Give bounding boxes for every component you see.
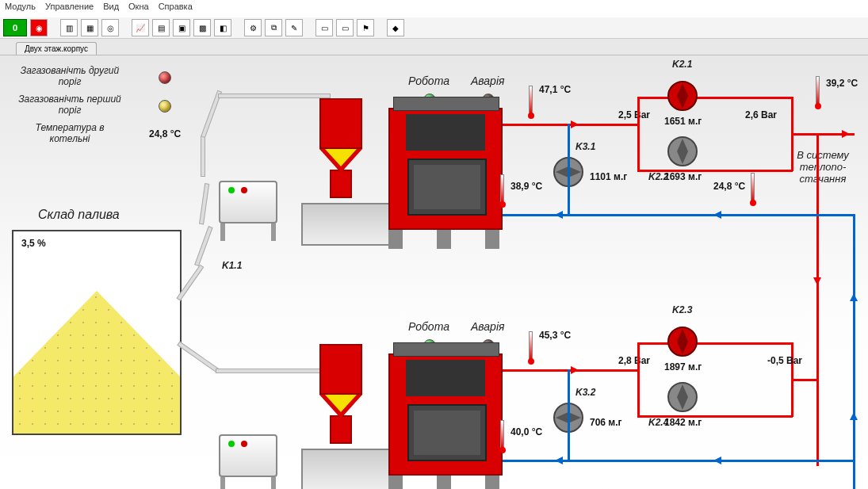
pump-k24[interactable] xyxy=(664,379,701,415)
toolbar-btn-3[interactable]: ◎ xyxy=(101,19,119,36)
led-gas1 xyxy=(159,100,171,113)
toolbar-btn-5[interactable]: ▤ xyxy=(152,19,170,36)
pump-k22[interactable] xyxy=(664,133,701,170)
pipe-main-return xyxy=(853,214,855,489)
pipe-return xyxy=(816,214,855,216)
val-k32: 706 м.г xyxy=(590,417,622,428)
conveyor-pipe xyxy=(199,183,209,224)
thermometer-icon xyxy=(815,78,821,109)
label-gas1: Загазованічть перший поріг xyxy=(14,94,125,116)
pipe-supply xyxy=(637,97,640,171)
return-temp: 24,8 °C xyxy=(713,181,745,192)
pipe-supply xyxy=(503,124,637,126)
val-k22: 1693 м.г xyxy=(664,171,702,182)
supply-system-label: В систему теплопо-стачання xyxy=(783,149,862,185)
supply-pressure: 2,6 Bar xyxy=(745,109,777,120)
pipe-main-supply xyxy=(816,133,819,466)
fuel-silo: 3,5 % xyxy=(12,230,182,435)
flow-arrow-icon xyxy=(850,412,858,420)
label-gas2: Загазованічть другий поріг xyxy=(14,65,125,87)
val-k21: 1651 м.г xyxy=(664,116,702,127)
scada-canvas: Загазованічть другий поріг Загазованічть… xyxy=(0,55,868,489)
flow-arrow-icon xyxy=(713,457,721,464)
thermometer-icon xyxy=(528,333,534,365)
supply-pressure-2: -0,5 Bar xyxy=(767,355,802,366)
val-k31: 1101 м.г xyxy=(590,171,627,182)
toolbar-btn-stop-icon[interactable]: ◉ xyxy=(30,19,48,36)
conveyor-pipe xyxy=(201,136,205,177)
flow-arrow-icon xyxy=(713,211,721,219)
boiler1-temp-out: 47,1 °C xyxy=(539,84,571,95)
menu-module[interactable]: Модуль xyxy=(5,2,36,16)
flow-arrow-icon xyxy=(850,293,858,301)
boiler1-burner xyxy=(301,203,392,246)
menu-help[interactable]: Справка xyxy=(159,2,193,16)
toolbar-btn-14[interactable]: ⚑ xyxy=(357,19,374,36)
boiler1-pressure: 2,5 Bar xyxy=(618,109,650,120)
pipe-supply xyxy=(503,369,637,372)
alarm-counter[interactable]: 0 xyxy=(3,19,27,36)
toolbar-btn-15[interactable]: ◆ xyxy=(387,19,404,36)
pipe-bypass xyxy=(568,124,570,214)
flow-arrow-icon xyxy=(571,366,579,374)
boiler2-alarm-label: Аварія xyxy=(471,320,505,333)
label-k11: K1.1 xyxy=(222,260,242,271)
val-k23: 1897 м.г xyxy=(664,361,702,372)
label-room-temp: Температура в котельні xyxy=(14,122,125,144)
boiler2-temp-ret: 40,0 °C xyxy=(510,426,542,437)
toolbar-btn-9[interactable]: ⚙ xyxy=(244,19,262,36)
conveyor-pipe xyxy=(194,226,212,266)
tab-building[interactable]: Двух этаж.корпус xyxy=(16,42,97,55)
toolbar-btn-8[interactable]: ◧ xyxy=(214,19,231,36)
tabstrip: Двух этаж.корпус xyxy=(0,39,868,55)
flow-arrow-icon xyxy=(842,130,850,138)
boiler1-alarm-label: Аварія xyxy=(471,74,505,87)
pump-k21[interactable] xyxy=(664,78,701,114)
flow-arrow-icon xyxy=(555,457,563,464)
thermometer-icon xyxy=(499,176,506,208)
led-gas2 xyxy=(159,71,171,84)
menubar: Модуль Управление Вид Окна Справка xyxy=(0,0,868,17)
boiler1-hopper xyxy=(317,98,365,201)
boiler2-burner xyxy=(301,449,392,489)
pipe-supply xyxy=(637,97,793,99)
label-k32: K3.2 xyxy=(575,387,595,398)
val-k24: 1842 м.г xyxy=(664,417,702,428)
controller-1 xyxy=(212,181,284,244)
toolbar: 0 ◉ ▥ ▦ ◎ 📈 ▤ ▣ ▩ ◧ ⚙ ⧉ ✎ ▭ ▭ ⚑ ◆ xyxy=(0,17,868,39)
flow-arrow-icon xyxy=(813,277,821,285)
menu-manage[interactable]: Управление xyxy=(45,2,94,16)
conveyor-pipe xyxy=(216,369,328,373)
boiler2-furnace xyxy=(388,353,507,489)
conveyor-pipe xyxy=(177,342,220,373)
supply-temp: 39,2 °C xyxy=(826,78,858,89)
boiler1-temp-ret: 38,9 °C xyxy=(510,181,542,192)
silo-title: Склад палива xyxy=(38,208,120,222)
pump-k23[interactable] xyxy=(664,323,701,360)
pipe-supply xyxy=(791,379,818,381)
menu-view[interactable]: Вид xyxy=(103,2,119,16)
boiler2-pressure: 2,8 Bar xyxy=(618,355,650,366)
boiler1-work-label: Робота xyxy=(408,74,449,87)
boiler2-work-label: Робота xyxy=(408,320,449,333)
boiler2-hopper xyxy=(317,344,365,447)
toolbar-btn-chart-icon[interactable]: 📈 xyxy=(132,19,149,36)
pipe-supply xyxy=(637,342,793,345)
toolbar-btn-10[interactable]: ⧉ xyxy=(265,19,282,36)
menu-windows[interactable]: Окна xyxy=(128,2,149,16)
toolbar-btn-12[interactable]: ▭ xyxy=(315,19,333,36)
pipe-return xyxy=(816,460,855,462)
toolbar-btn-7[interactable]: ▩ xyxy=(193,19,211,36)
silo-level: 3,5 % xyxy=(21,238,46,249)
pipe-supply xyxy=(637,342,640,417)
toolbar-btn-2[interactable]: ▦ xyxy=(81,19,98,36)
toolbar-btn-6[interactable]: ▣ xyxy=(173,19,190,36)
conveyor-pipe xyxy=(218,94,331,98)
toolbar-btn-1[interactable]: ▥ xyxy=(60,19,78,36)
pipe-bypass xyxy=(568,369,570,460)
toolbar-btn-13[interactable]: ▭ xyxy=(336,19,354,36)
toolbar-btn-11[interactable]: ✎ xyxy=(285,19,303,36)
label-k23: K2.3 xyxy=(672,304,692,315)
boiler1-furnace xyxy=(388,108,507,266)
value-room-temp: 24,8 °C xyxy=(149,128,181,139)
